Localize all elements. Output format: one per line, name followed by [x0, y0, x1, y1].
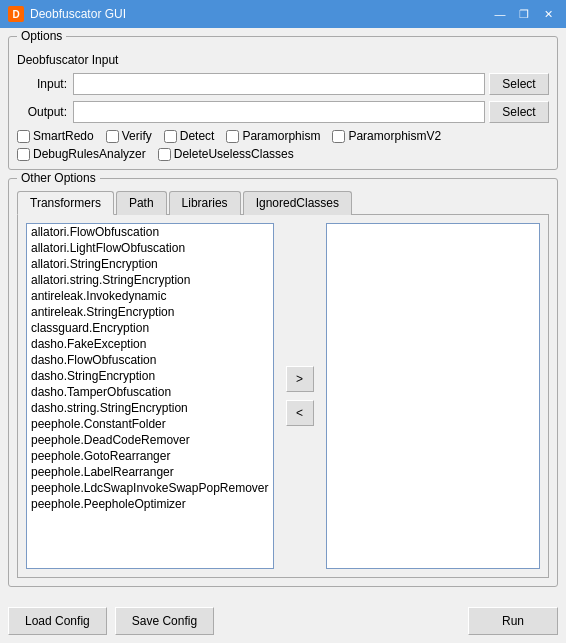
- deobfuscator-input-section: Deobfuscator Input Input: Select Output:…: [17, 45, 549, 123]
- checkbox-detect[interactable]: Detect: [164, 129, 215, 143]
- close-button[interactable]: ✕: [538, 5, 558, 23]
- list-item[interactable]: classguard.Encryption: [27, 320, 273, 336]
- checkbox-debugrules[interactable]: DebugRulesAnalyzer: [17, 147, 146, 161]
- options-group-title: Options: [17, 29, 66, 43]
- checkbox-label-debugrules: DebugRulesAnalyzer: [33, 147, 146, 161]
- other-options-group: Other Options TransformersPathLibrariesI…: [8, 178, 558, 587]
- input-field[interactable]: [73, 73, 485, 95]
- checkbox-deleteuseless[interactable]: DeleteUselessClasses: [158, 147, 294, 161]
- checkbox-paramorphism[interactable]: Paramorphism: [226, 129, 320, 143]
- tab-ignoredclasses[interactable]: IgnoredClasses: [243, 191, 352, 215]
- load-config-button[interactable]: Load Config: [8, 607, 107, 635]
- tab-path[interactable]: Path: [116, 191, 167, 215]
- tab-content: allatori.FlowObfuscationallatori.LightFl…: [17, 215, 549, 578]
- app-icon: D: [8, 6, 24, 22]
- options-group: Options Deobfuscator Input Input: Select…: [8, 36, 558, 170]
- list-item[interactable]: dasho.FlowObfuscation: [27, 352, 273, 368]
- list-item[interactable]: peephole.LdcSwapInvokeSwapPopRemover: [27, 480, 273, 496]
- checkbox-input-detect[interactable]: [164, 130, 177, 143]
- list-item[interactable]: dasho.TamperObfuscation: [27, 384, 273, 400]
- checkboxes-row-1: SmartRedoVerifyDetectParamorphismParamor…: [17, 129, 549, 143]
- list-item[interactable]: antireleak.Invokedynamic: [27, 288, 273, 304]
- list-item[interactable]: allatori.LightFlowObfuscation: [27, 240, 273, 256]
- list-item[interactable]: antireleak.StringEncryption: [27, 304, 273, 320]
- run-button[interactable]: Run: [468, 607, 558, 635]
- list-item[interactable]: allatori.FlowObfuscation: [27, 224, 273, 240]
- transfer-buttons: > <: [282, 223, 318, 569]
- list-item[interactable]: peephole.DeadCodeRemover: [27, 432, 273, 448]
- checkbox-input-paramorphism[interactable]: [226, 130, 239, 143]
- add-transformer-button[interactable]: >: [286, 366, 314, 392]
- output-label: Output:: [17, 105, 67, 119]
- minimize-button[interactable]: —: [490, 5, 510, 23]
- checkbox-paramorphismv2[interactable]: ParamorphismV2: [332, 129, 441, 143]
- main-content: Options Deobfuscator Input Input: Select…: [0, 28, 566, 643]
- checkbox-label-deleteuseless: DeleteUselessClasses: [174, 147, 294, 161]
- tab-transformers[interactable]: Transformers: [17, 191, 114, 215]
- checkbox-label-paramorphism: Paramorphism: [242, 129, 320, 143]
- other-options-title: Other Options: [17, 171, 100, 185]
- title-bar: D Deobfuscator GUI — ❐ ✕: [0, 0, 566, 28]
- list-item[interactable]: peephole.LabelRearranger: [27, 464, 273, 480]
- output-row: Output: Select: [17, 101, 549, 123]
- bottom-left-buttons: Load Config Save Config: [8, 607, 214, 635]
- list-item[interactable]: peephole.GotoRearranger: [27, 448, 273, 464]
- checkbox-input-verify[interactable]: [106, 130, 119, 143]
- right-list-box[interactable]: [326, 223, 541, 569]
- checkbox-verify[interactable]: Verify: [106, 129, 152, 143]
- list-item[interactable]: peephole.PeepholeOptimizer: [27, 496, 273, 512]
- list-item[interactable]: dasho.string.StringEncryption: [27, 400, 273, 416]
- list-item[interactable]: dasho.FakeException: [27, 336, 273, 352]
- checkbox-label-verify: Verify: [122, 129, 152, 143]
- maximize-button[interactable]: ❐: [514, 5, 534, 23]
- input-row: Input: Select: [17, 73, 549, 95]
- checkbox-input-paramorphismv2[interactable]: [332, 130, 345, 143]
- checkbox-input-debugrules[interactable]: [17, 148, 30, 161]
- output-field[interactable]: [73, 101, 485, 123]
- checkboxes-row-2: DebugRulesAnalyzerDeleteUselessClasses: [17, 147, 549, 161]
- left-list-area: allatori.FlowObfuscationallatori.LightFl…: [26, 223, 274, 569]
- window-title: Deobfuscator GUI: [30, 7, 490, 21]
- list-item[interactable]: allatori.string.StringEncryption: [27, 272, 273, 288]
- tabs-bar: TransformersPathLibrariesIgnoredClasses: [17, 191, 549, 215]
- tab-libraries[interactable]: Libraries: [169, 191, 241, 215]
- list-item[interactable]: dasho.StringEncryption: [27, 368, 273, 384]
- right-list-area: [326, 223, 541, 569]
- list-item[interactable]: peephole.ConstantFolder: [27, 416, 273, 432]
- remove-transformer-button[interactable]: <: [286, 400, 314, 426]
- deobfuscator-input-label: Deobfuscator Input: [17, 53, 549, 67]
- bottom-bar: Load Config Save Config Run: [8, 599, 558, 635]
- input-label: Input:: [17, 77, 67, 91]
- window-controls: — ❐ ✕: [490, 5, 558, 23]
- checkbox-label-paramorphismv2: ParamorphismV2: [348, 129, 441, 143]
- list-item[interactable]: allatori.StringEncryption: [27, 256, 273, 272]
- left-list-box[interactable]: allatori.FlowObfuscationallatori.LightFl…: [26, 223, 274, 569]
- checkbox-input-deleteuseless[interactable]: [158, 148, 171, 161]
- checkbox-label-smartredo: SmartRedo: [33, 129, 94, 143]
- output-select-button[interactable]: Select: [489, 101, 549, 123]
- save-config-button[interactable]: Save Config: [115, 607, 214, 635]
- input-select-button[interactable]: Select: [489, 73, 549, 95]
- checkbox-input-smartredo[interactable]: [17, 130, 30, 143]
- checkbox-label-detect: Detect: [180, 129, 215, 143]
- checkbox-smartredo[interactable]: SmartRedo: [17, 129, 94, 143]
